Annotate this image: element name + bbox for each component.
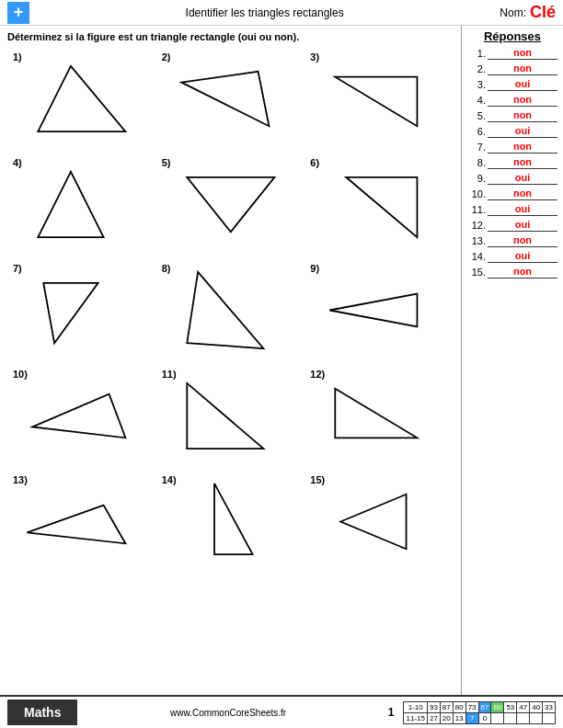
- triangle-cell-5: 5): [156, 152, 305, 257]
- answer-number: 1.: [467, 48, 486, 59]
- answer-row: 4.non: [467, 94, 557, 107]
- answer-value: non: [488, 141, 557, 154]
- svg-marker-12: [27, 506, 125, 544]
- answer-number: 15.: [467, 267, 486, 278]
- triangle-cell-1: 1): [7, 46, 156, 152]
- stat-v4: 73: [465, 701, 478, 712]
- answer-number: 4.: [467, 95, 486, 106]
- stat-empty: [491, 712, 504, 723]
- stat-range2: 11-15: [404, 712, 427, 723]
- answer-number: 6.: [467, 126, 486, 137]
- answer-row: 7.non: [467, 141, 557, 154]
- answer-number: 13.: [467, 235, 486, 246]
- answer-row: 13.non: [467, 234, 557, 247]
- answer-value: oui: [488, 78, 557, 91]
- stat-v6: 60: [491, 701, 504, 712]
- worksheet: Déterminez si la figure est un triangle …: [0, 26, 462, 695]
- answer-value: non: [488, 47, 557, 60]
- stat-w3: 13: [453, 712, 465, 723]
- logo-icon: [7, 2, 29, 24]
- stat-w2: 20: [440, 712, 453, 723]
- svg-marker-0: [38, 66, 125, 131]
- triangle-cell-6: 6): [304, 152, 454, 257]
- triangle-svg-8: [162, 261, 300, 359]
- stat-range1: 1-10: [404, 701, 427, 712]
- instruction-text: Déterminez si la figure est un triangle …: [7, 31, 454, 42]
- stat-v10: 33: [543, 701, 556, 712]
- cle-label: Clé: [530, 3, 556, 22]
- triangle-svg-7: [13, 261, 151, 359]
- answer-row: 1.non: [467, 47, 557, 60]
- triangle-cell-12: 12): [304, 363, 454, 469]
- svg-marker-10: [187, 383, 263, 449]
- answer-value: oui: [488, 250, 557, 263]
- triangle-svg-13: [13, 472, 151, 571]
- stat-w4: 7: [465, 712, 478, 723]
- triangle-svg-11: [162, 367, 300, 465]
- answer-value: non: [488, 234, 557, 247]
- footer: Maths www.CommonCoreSheets.fr 1 1-10 93 …: [0, 695, 563, 728]
- answer-row: 15.non: [467, 266, 557, 279]
- svg-marker-1: [181, 72, 269, 126]
- triangle-svg-1: [13, 50, 151, 148]
- triangle-cell-15: 15): [304, 469, 454, 574]
- answer-value: oui: [488, 125, 557, 138]
- cell-number-2: 2): [162, 51, 171, 63]
- stat-empty3: [517, 712, 530, 723]
- cell-number-12: 12): [310, 369, 325, 380]
- answer-value: non: [488, 109, 557, 122]
- answer-value: non: [488, 94, 557, 107]
- cell-number-9: 9): [310, 263, 319, 274]
- answer-number: 7.: [467, 142, 486, 153]
- stat-v9: 40: [530, 701, 543, 712]
- triangle-svg-9: [310, 261, 448, 359]
- svg-marker-5: [346, 177, 417, 237]
- stat-v3: 80: [453, 701, 465, 712]
- stat-table: 1-10 93 87 80 73 67 60 53 47 40 33 11-15…: [403, 701, 556, 724]
- answer-value: non: [488, 156, 557, 169]
- triangle-svg-15: [310, 472, 448, 571]
- triangle-svg-3: [310, 50, 448, 148]
- stat-v7: 53: [504, 701, 517, 712]
- svg-marker-2: [336, 77, 418, 127]
- answer-value: non: [488, 188, 557, 200]
- triangle-cell-3: 3): [304, 46, 454, 152]
- triangle-cell-9: 9): [304, 257, 454, 363]
- svg-marker-7: [187, 272, 263, 348]
- footer-url: www.CommonCoreSheets.fr: [77, 708, 378, 718]
- answer-number: 11.: [467, 204, 486, 215]
- stat-empty4: [530, 712, 543, 723]
- cell-number-13: 13): [13, 474, 28, 485]
- triangle-cell-14: 14): [156, 469, 305, 574]
- answer-value: oui: [488, 203, 557, 216]
- triangle-cell-8: 8): [156, 257, 305, 363]
- triangle-cell-2: 2): [156, 46, 305, 152]
- triangle-svg-14: [162, 472, 300, 571]
- answer-value: oui: [488, 172, 557, 185]
- svg-marker-4: [187, 177, 274, 232]
- stat-v1: 93: [427, 701, 440, 712]
- cell-number-14: 14): [162, 474, 177, 485]
- cell-number-15: 15): [310, 474, 325, 485]
- answers-title: Réponses: [467, 29, 557, 43]
- triangle-cell-13: 13): [7, 469, 156, 574]
- triangle-cell-10: 10): [7, 363, 156, 469]
- triangle-svg-2: [162, 50, 300, 148]
- footer-brand: Maths: [7, 700, 77, 725]
- answer-row: 12.oui: [467, 219, 557, 232]
- footer-stats: 1-10 93 87 80 73 67 60 53 47 40 33 11-15…: [403, 701, 556, 724]
- answer-value: non: [488, 266, 557, 279]
- answer-row: 6.oui: [467, 125, 557, 138]
- triangle-svg-12: [310, 367, 448, 465]
- stat-v2: 87: [440, 701, 453, 712]
- svg-marker-8: [330, 294, 418, 327]
- answer-row: 9.oui: [467, 172, 557, 185]
- cell-number-1: 1): [13, 51, 22, 63]
- answer-row: 5.non: [467, 109, 557, 122]
- svg-marker-13: [214, 483, 253, 554]
- stat-empty2: [504, 712, 517, 723]
- svg-marker-14: [341, 495, 407, 549]
- triangle-svg-10: [13, 367, 151, 465]
- triangle-svg-5: [162, 155, 300, 254]
- answer-row: 3.oui: [467, 78, 557, 91]
